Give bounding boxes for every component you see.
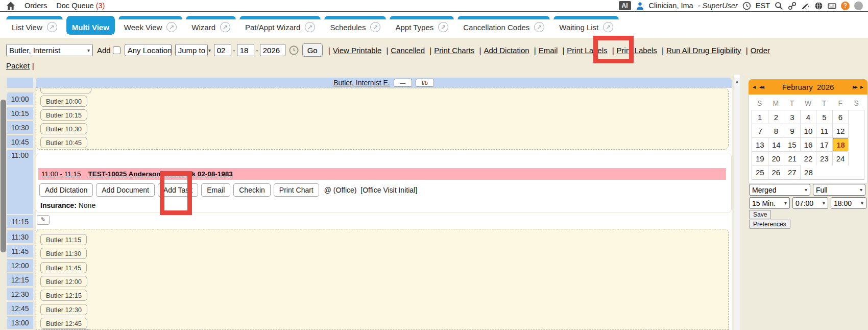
nav-orders[interactable]: Orders [25,2,47,10]
scroll-up-arrow-icon[interactable]: ▲ [734,78,740,85]
calendar-day[interactable]: 26 [768,166,785,179]
date-day-input[interactable] [237,44,254,56]
calendar-day[interactable]: 14 [768,138,785,152]
calendar-day[interactable]: 13 [752,138,768,152]
add-checkbox[interactable] [113,46,120,54]
calendar-day[interactable]: 20 [768,152,785,166]
slot-button[interactable]: Butler 12:45 [40,318,87,329]
tab-list-view[interactable]: List View↗ [6,16,63,35]
tab-appt-types[interactable]: Appt Types↗ [390,16,454,35]
external-link-icon[interactable]: ↗ [166,22,177,32]
date-year-input[interactable] [260,44,285,56]
calendar-prev-icon[interactable]: ◂ [753,83,756,90]
end-time-select[interactable]: 18:00▾ [831,197,866,209]
link-order-packet-wrap[interactable]: Packet [6,61,30,70]
keyboard-icon[interactable] [828,2,836,10]
email-button[interactable]: Email [201,183,230,197]
calendar-day[interactable]: 28 [801,166,817,179]
scrollbar-thumb[interactable] [1,100,6,252]
slot-button[interactable]: Butler 10:00 [40,96,87,107]
calendar-day[interactable]: 10 [801,124,817,138]
slot-button[interactable]: Butler 10:45 [40,137,87,148]
wand-icon[interactable] [801,2,810,10]
calendar-day[interactable]: 25 [752,166,768,179]
calendar-day[interactable]: 27 [784,166,801,179]
calendar-day[interactable]: 22 [801,152,817,166]
tab-week-view[interactable]: Week View↗ [118,16,182,35]
calendar-day[interactable]: 5 [816,110,833,124]
fb-button[interactable]: f/b [416,79,434,87]
slot-button[interactable]: Butler 10:15 [40,109,87,121]
calendar-next-year-icon[interactable]: ▸▸ [853,83,857,90]
calendar-next-icon[interactable]: ▸ [860,83,863,90]
external-link-icon[interactable]: ↗ [534,22,544,32]
help-icon[interactable]: ? [841,2,850,10]
link-email[interactable]: Email [539,46,558,55]
jump-to-select[interactable]: Jump to▾ [175,44,208,56]
link-add-dictation[interactable]: Add Dictation [484,46,529,55]
external-link-icon[interactable]: ↗ [305,22,315,32]
external-link-icon[interactable]: ↗ [438,22,448,32]
vertical-scrollbar[interactable]: ▲ [734,78,740,330]
tab-pat-appt-wizard[interactable]: Pat/Appt Wizard↗ [239,16,321,35]
calendar-day[interactable]: 17 [816,138,833,152]
home-icon[interactable] [6,1,15,10]
slot-button[interactable]: Butler 11:30 [40,248,87,259]
view-mode-select[interactable]: Merged▾ [749,184,810,196]
slot-button[interactable]: Butler 11:15 [40,234,87,245]
link-cancelled[interactable]: Cancelled [391,46,425,55]
external-link-icon[interactable]: ↗ [603,22,613,32]
external-link-icon[interactable]: ↗ [47,22,57,32]
slot-button[interactable]: Butler 12:30 [40,304,87,315]
tab-multi-view[interactable]: Multi View [66,16,115,35]
go-button[interactable]: Go [302,43,323,57]
tab-waiting-list[interactable]: Waiting List↗ [553,16,619,35]
provider-column-link[interactable]: Butler, Internist E. [333,79,390,87]
tab-schedules[interactable]: Schedules↗ [324,16,386,35]
external-link-icon[interactable]: ↗ [220,22,230,32]
calendar-day[interactable]: 16 [801,138,817,152]
collapse-column-button[interactable]: — [394,79,412,87]
tab-wizard[interactable]: Wizard↗ [186,16,236,35]
appointment-time-link[interactable]: 11:00 - 11:15 [41,170,81,178]
slot-button[interactable]: Butler 12:00 [40,276,87,287]
interval-select[interactable]: 15 Min.▾ [749,197,790,209]
ai-badge[interactable]: AI [619,1,631,10]
tab-cancellation-codes[interactable]: Cancellation Codes↗ [457,16,550,35]
link-run-drug-eligibility[interactable]: Run All Drug Eligibility [666,46,741,55]
add-document-button[interactable]: Add Document [96,183,155,197]
link-order-packet[interactable]: Order [751,46,770,55]
slot-button[interactable]: Butler 10:30 [40,123,87,134]
user-name[interactable]: Clinician, Ima [649,2,693,10]
calendar-day[interactable]: 12 [833,124,849,138]
calendar-day[interactable]: 1 [752,110,768,124]
calendar-day[interactable]: 8 [768,124,785,138]
calendar-day[interactable]: 19 [752,152,768,166]
link-print-charts[interactable]: Print Charts [434,46,474,55]
add-dictation-button[interactable]: Add Dictation [39,183,93,197]
link-icon[interactable] [788,2,797,10]
date-month-input[interactable] [214,44,231,56]
checkin-button[interactable]: Checkin [233,183,271,197]
calendar-day[interactable]: 6 [833,110,849,124]
provider-select[interactable]: Butler, Internist▾ [6,44,93,56]
calendar-day[interactable]: 3 [784,110,801,124]
location-select[interactable]: Any Location▾ [125,44,172,56]
calendar-day[interactable]: 23 [816,152,833,166]
start-time-select[interactable]: 07:00▾ [792,197,828,209]
calendar-day[interactable]: 21 [784,152,801,166]
search-icon[interactable] [775,2,783,10]
print-chart-button[interactable]: Print Chart [274,183,319,197]
size-select[interactable]: Full▾ [813,184,865,196]
calendar-day-selected[interactable]: 18 [833,138,849,152]
calendar-day[interactable]: 7 [752,124,768,138]
slot-button[interactable]: Butler 12:15 [40,290,87,301]
external-link-icon[interactable]: ↗ [370,22,380,32]
calendar-prev-year-icon[interactable]: ◂◂ [759,83,763,90]
slot-button[interactable]: Butler 11:45 [40,262,87,273]
slot-button-partial[interactable] [40,88,91,93]
edit-slot-button[interactable]: ✎ [37,215,50,225]
calendar-day[interactable]: 9 [784,124,801,138]
link-view-printable[interactable]: View Printable [333,46,382,55]
calendar-day[interactable]: 15 [784,138,801,152]
